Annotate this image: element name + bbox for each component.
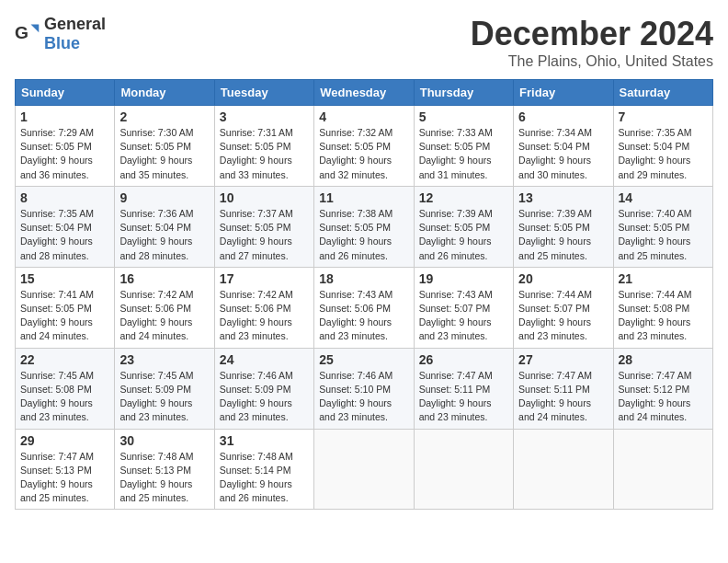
day-number: 11 [319,190,408,205]
day-info: Sunrise: 7:47 AMSunset: 5:13 PMDaylight:… [20,451,94,504]
day-number: 27 [518,352,608,367]
day-info: Sunrise: 7:42 AMSunset: 5:06 PMDaylight:… [119,289,193,342]
table-row: 17 Sunrise: 7:42 AMSunset: 5:06 PMDaylig… [214,267,313,348]
day-number: 29 [20,433,109,448]
table-row: 4 Sunrise: 7:32 AMSunset: 5:05 PMDayligh… [314,106,414,187]
table-row: 31 Sunrise: 7:48 AMSunset: 5:14 PMDaylig… [214,429,313,510]
day-number: 15 [20,271,109,286]
table-row: 29 Sunrise: 7:47 AMSunset: 5:13 PMDaylig… [16,429,115,510]
col-tuesday: Tuesday [214,80,313,106]
table-row: 12 Sunrise: 7:39 AMSunset: 5:05 PMDaylig… [414,186,513,267]
day-info: Sunrise: 7:31 AMSunset: 5:05 PMDaylight:… [220,127,293,180]
day-number: 12 [419,190,508,205]
day-number: 4 [319,109,408,124]
day-number: 23 [119,352,209,367]
day-info: Sunrise: 7:40 AMSunset: 5:05 PMDaylight:… [619,208,692,261]
day-number: 22 [20,352,109,367]
day-number: 7 [619,109,708,124]
table-row: 25 Sunrise: 7:46 AMSunset: 5:10 PMDaylig… [314,348,414,429]
table-row: 21 Sunrise: 7:44 AMSunset: 5:08 PMDaylig… [613,267,712,348]
day-number: 18 [319,271,408,286]
table-row: 6 Sunrise: 7:34 AMSunset: 5:04 PMDayligh… [514,106,613,187]
day-info: Sunrise: 7:42 AMSunset: 5:06 PMDaylight:… [220,289,293,342]
logo-general: General [44,15,106,33]
table-row [414,429,513,510]
day-info: Sunrise: 7:46 AMSunset: 5:10 PMDaylight:… [319,370,392,423]
day-info: Sunrise: 7:33 AMSunset: 5:05 PMDaylight:… [419,127,493,180]
table-row: 30 Sunrise: 7:48 AMSunset: 5:13 PMDaylig… [115,429,214,510]
day-info: Sunrise: 7:35 AMSunset: 5:04 PMDaylight:… [20,208,94,261]
day-info: Sunrise: 7:47 AMSunset: 5:11 PMDaylight:… [419,370,493,423]
title-section: December 2024 The Plains, Ohio, United S… [471,15,713,70]
day-info: Sunrise: 7:45 AMSunset: 5:08 PMDaylight:… [20,370,94,423]
svg-marker-1 [31,25,40,33]
table-row [613,429,712,510]
day-info: Sunrise: 7:41 AMSunset: 5:05 PMDaylight:… [20,289,94,342]
col-monday: Monday [115,80,214,106]
logo-text: General Blue [44,15,106,53]
table-row: 23 Sunrise: 7:45 AMSunset: 5:09 PMDaylig… [115,348,214,429]
day-number: 25 [319,352,408,367]
day-number: 13 [518,190,608,205]
day-number: 17 [220,271,309,286]
day-info: Sunrise: 7:48 AMSunset: 5:14 PMDaylight:… [220,451,293,504]
day-number: 5 [419,109,508,124]
day-info: Sunrise: 7:36 AMSunset: 5:04 PMDaylight:… [119,208,193,261]
day-number: 1 [20,109,109,124]
logo-icon: G [15,21,40,47]
table-row: 9 Sunrise: 7:36 AMSunset: 5:04 PMDayligh… [115,186,214,267]
day-info: Sunrise: 7:48 AMSunset: 5:13 PMDaylight:… [119,451,193,504]
day-info: Sunrise: 7:39 AMSunset: 5:05 PMDaylight:… [518,208,592,261]
table-row: 7 Sunrise: 7:35 AMSunset: 5:04 PMDayligh… [613,106,712,187]
table-row: 13 Sunrise: 7:39 AMSunset: 5:05 PMDaylig… [514,186,613,267]
day-info: Sunrise: 7:39 AMSunset: 5:05 PMDaylight:… [419,208,493,261]
day-number: 2 [119,109,209,124]
day-info: Sunrise: 7:43 AMSunset: 5:07 PMDaylight:… [419,289,493,342]
day-number: 20 [518,271,608,286]
location-subtitle: The Plains, Ohio, United States [471,53,713,70]
table-row: 26 Sunrise: 7:47 AMSunset: 5:11 PMDaylig… [414,348,513,429]
day-info: Sunrise: 7:32 AMSunset: 5:05 PMDaylight:… [319,127,392,180]
day-info: Sunrise: 7:37 AMSunset: 5:05 PMDaylight:… [220,208,293,261]
day-number: 31 [220,433,309,448]
table-row [314,429,414,510]
day-info: Sunrise: 7:29 AMSunset: 5:05 PMDaylight:… [20,127,94,180]
table-row: 10 Sunrise: 7:37 AMSunset: 5:05 PMDaylig… [214,186,313,267]
day-number: 14 [619,190,708,205]
table-row: 1 Sunrise: 7:29 AMSunset: 5:05 PMDayligh… [16,106,115,187]
day-number: 8 [20,190,109,205]
day-number: 9 [119,190,209,205]
table-row: 22 Sunrise: 7:45 AMSunset: 5:08 PMDaylig… [16,348,115,429]
day-number: 30 [119,433,209,448]
day-number: 3 [220,109,309,124]
day-info: Sunrise: 7:30 AMSunset: 5:05 PMDaylight:… [119,127,193,180]
day-number: 28 [619,352,708,367]
col-friday: Friday [514,80,613,106]
table-row: 8 Sunrise: 7:35 AMSunset: 5:04 PMDayligh… [16,186,115,267]
day-number: 10 [220,190,309,205]
calendar-table: Sunday Monday Tuesday Wednesday Thursday… [15,79,713,510]
day-info: Sunrise: 7:44 AMSunset: 5:08 PMDaylight:… [619,289,692,342]
month-year-title: December 2024 [471,15,713,53]
table-row: 5 Sunrise: 7:33 AMSunset: 5:05 PMDayligh… [414,106,513,187]
table-row: 20 Sunrise: 7:44 AMSunset: 5:07 PMDaylig… [514,267,613,348]
table-row: 15 Sunrise: 7:41 AMSunset: 5:05 PMDaylig… [16,267,115,348]
calendar-header-row: Sunday Monday Tuesday Wednesday Thursday… [16,80,713,106]
day-info: Sunrise: 7:35 AMSunset: 5:04 PMDaylight:… [619,127,692,180]
table-row: 2 Sunrise: 7:30 AMSunset: 5:05 PMDayligh… [115,106,214,187]
day-info: Sunrise: 7:44 AMSunset: 5:07 PMDaylight:… [518,289,592,342]
day-info: Sunrise: 7:47 AMSunset: 5:11 PMDaylight:… [518,370,592,423]
day-number: 21 [619,271,708,286]
day-number: 19 [419,271,508,286]
day-info: Sunrise: 7:45 AMSunset: 5:09 PMDaylight:… [119,370,193,423]
col-thursday: Thursday [414,80,513,106]
table-row: 19 Sunrise: 7:43 AMSunset: 5:07 PMDaylig… [414,267,513,348]
day-number: 6 [518,109,608,124]
table-row: 14 Sunrise: 7:40 AMSunset: 5:05 PMDaylig… [613,186,712,267]
col-sunday: Sunday [16,80,115,106]
logo-blue: Blue [44,34,80,52]
logo: G General Blue [15,15,106,53]
day-info: Sunrise: 7:34 AMSunset: 5:04 PMDaylight:… [518,127,592,180]
table-row: 27 Sunrise: 7:47 AMSunset: 5:11 PMDaylig… [514,348,613,429]
page-header: G General Blue December 2024 The Plains,… [15,15,713,70]
